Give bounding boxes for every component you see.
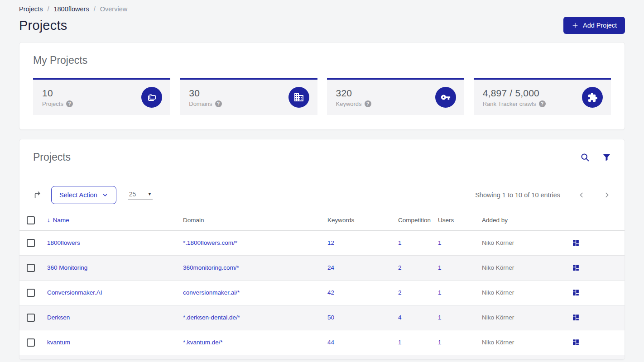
topbar: Projects / 1800flowers / Overview Projec…	[19, 0, 625, 34]
project-domain-link[interactable]: *.kvantum.de/*	[183, 339, 223, 346]
row-checkbox[interactable]	[27, 338, 35, 347]
breadcrumb: Projects / 1800flowers / Overview	[19, 5, 625, 13]
chevron-right-icon[interactable]	[603, 191, 611, 199]
added-by-cell: Niko Körner	[475, 230, 565, 255]
row-checkbox[interactable]	[27, 264, 35, 272]
dashboard-icon[interactable]	[572, 314, 580, 321]
column-header-name[interactable]: ↓Name	[40, 210, 176, 230]
column-header-competition[interactable]: Competition	[391, 210, 431, 230]
breadcrumb-separator: /	[47, 5, 49, 13]
competition-count-link[interactable]: 1	[398, 339, 402, 346]
row-checkbox[interactable]	[27, 239, 35, 247]
users-count-link[interactable]: 1	[438, 339, 442, 346]
stat-card-keywords: 320 Keywords ?	[327, 78, 464, 115]
help-icon[interactable]: ?	[215, 100, 222, 107]
my-projects-heading: My Projects	[19, 54, 625, 67]
add-project-button[interactable]: Add Project	[563, 17, 625, 34]
keywords-count-link[interactable]: 24	[327, 264, 334, 271]
project-domain-link[interactable]: *.derksen-dental.de/*	[183, 314, 240, 321]
stat-label: Domains	[189, 100, 212, 107]
project-name-link[interactable]: Conversionmaker.AI	[47, 289, 102, 296]
stat-value: 4,897 / 5,000	[483, 88, 546, 99]
keywords-count-link[interactable]: 42	[327, 289, 334, 296]
stat-label: Keywords	[336, 100, 362, 107]
chevron-down-icon	[102, 192, 108, 198]
breadcrumb-1800flowers[interactable]: 1800flowers	[53, 5, 89, 13]
table-row: Derksen *.derksen-dental.de/* 50 4 1 Nik…	[19, 305, 625, 330]
added-by-cell: Niko Körner	[475, 255, 565, 280]
page-size-value: 25	[129, 191, 136, 198]
competition-count-link[interactable]: 4	[398, 314, 402, 321]
column-header-added-by[interactable]: Added by	[475, 210, 565, 230]
help-icon[interactable]: ?	[539, 100, 546, 107]
chevron-left-icon[interactable]	[577, 191, 586, 199]
project-domain-link[interactable]: 360monitoring.com/*	[183, 264, 239, 271]
plus-icon	[572, 22, 579, 29]
showing-entries-text: Showing 1 to 10 of 10 entries	[475, 191, 560, 199]
users-count-link[interactable]: 1	[438, 289, 442, 296]
projects-table: ↓Name Domain Keywords Competition Users …	[19, 210, 625, 355]
keywords-count-link[interactable]: 50	[327, 314, 334, 321]
table-body: 1800flowers *.1800flowers.com/* 12 1 1 N…	[19, 230, 625, 355]
stat-value: 10	[42, 88, 73, 99]
search-icon[interactable]	[580, 152, 590, 162]
projects-panel: Projects	[19, 139, 625, 360]
stat-value: 30	[189, 88, 221, 99]
keywords-count-link[interactable]: 44	[327, 339, 334, 346]
add-project-label: Add Project	[583, 22, 617, 29]
key-icon	[435, 87, 456, 108]
users-count-link[interactable]: 1	[438, 314, 442, 321]
keywords-count-link[interactable]: 12	[327, 239, 334, 246]
puzzle-icon	[582, 87, 603, 108]
breadcrumb-separator: /	[94, 5, 96, 13]
help-icon[interactable]: ?	[66, 100, 73, 107]
help-icon[interactable]: ?	[365, 100, 371, 107]
stat-label: Projects	[42, 100, 63, 107]
added-by-cell: Niko Körner	[475, 305, 565, 330]
users-count-link[interactable]: 1	[438, 239, 442, 246]
project-name-link[interactable]: kvantum	[47, 339, 70, 346]
pagination	[560, 191, 611, 199]
column-header-domain[interactable]: Domain	[176, 210, 320, 230]
competition-count-link[interactable]: 2	[398, 264, 402, 271]
filter-icon[interactable]	[602, 153, 611, 162]
stat-card-projects: 10 Projects ?	[33, 78, 170, 115]
project-name-link[interactable]: 1800flowers	[47, 239, 80, 246]
column-header-keywords[interactable]: Keywords	[320, 210, 391, 230]
added-by-cell: Niko Körner	[475, 330, 565, 355]
column-header-users[interactable]: Users	[431, 210, 475, 230]
table-controls: Select Action 25 ▼ Showing 1 to 10 of 10…	[19, 185, 625, 205]
table-row: Conversionmaker.AI conversionmaker.ai/* …	[19, 280, 625, 305]
dashboard-icon[interactable]	[572, 338, 580, 346]
dashboard-icon[interactable]	[572, 239, 580, 247]
dashboard-icon[interactable]	[572, 264, 580, 272]
row-checkbox[interactable]	[27, 289, 35, 297]
breadcrumb-projects[interactable]: Projects	[19, 5, 43, 13]
users-count-link[interactable]: 1	[438, 264, 442, 271]
competition-count-link[interactable]: 2	[398, 289, 402, 296]
stats-grid: 10 Projects ? 30 Domai	[33, 78, 611, 115]
breadcrumb-overview: Overview	[100, 5, 127, 13]
page-size-select[interactable]: 25 ▼	[128, 191, 153, 200]
sort-descending-icon: ↓	[47, 217, 50, 224]
project-domain-link[interactable]: conversionmaker.ai/*	[183, 289, 240, 296]
dashboard-icon[interactable]	[572, 289, 580, 296]
projects-folders-icon	[141, 87, 162, 108]
table-row: 360 Monitoring 360monitoring.com/* 24 2 …	[19, 255, 625, 280]
project-domain-link[interactable]: *.1800flowers.com/*	[183, 239, 237, 246]
table-row-partial	[19, 355, 625, 360]
export-icon[interactable]	[33, 190, 43, 200]
stat-label: Rank Tracker crawls	[483, 100, 536, 107]
added-by-cell: Niko Körner	[475, 280, 565, 305]
project-name-link[interactable]: 360 Monitoring	[47, 264, 87, 271]
competition-count-link[interactable]: 1	[398, 239, 402, 246]
table-row: 1800flowers *.1800flowers.com/* 12 1 1 N…	[19, 230, 625, 255]
select-action-dropdown[interactable]: Select Action	[51, 186, 116, 204]
table-row: kvantum *.kvantum.de/* 44 1 1 Niko Körne…	[19, 330, 625, 355]
page: Projects / 1800flowers / Overview Projec…	[0, 0, 644, 360]
stat-value: 320	[336, 88, 371, 99]
select-action-label: Select Action	[59, 191, 97, 199]
row-checkbox[interactable]	[27, 314, 35, 322]
project-name-link[interactable]: Derksen	[47, 314, 70, 321]
select-all-checkbox[interactable]	[27, 216, 35, 224]
